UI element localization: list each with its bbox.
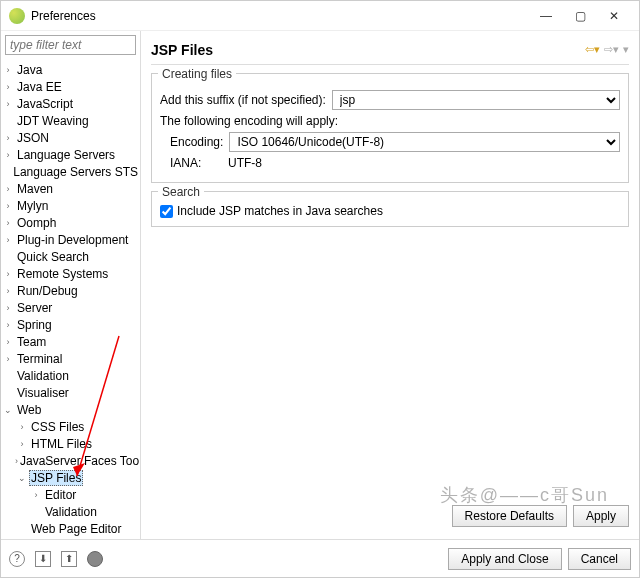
tree-item-language-servers-sts[interactable]: Language Servers STS [1,163,140,180]
expand-icon[interactable]: › [1,320,15,330]
app-icon [9,8,25,24]
expand-icon[interactable]: › [1,184,15,194]
forward-icon[interactable]: ⇨▾ [604,43,619,56]
tree-item-label: CSS Files [29,420,86,434]
tree-item-label: JavaServer Faces Tools [18,454,140,468]
tree-item-web[interactable]: ⌄Web [1,401,140,418]
suffix-select[interactable]: jsp [332,90,620,110]
expand-icon[interactable]: › [1,82,15,92]
tree-item-visualiser[interactable]: Visualiser [1,384,140,401]
record-icon[interactable] [87,551,103,567]
bottom-bar: ? ⬇ ⬆ Apply and Close Cancel [1,539,639,577]
expand-icon[interactable]: ⌄ [15,473,29,483]
tree-item-label: Team [15,335,48,349]
tree-item-javaserver-faces-tools[interactable]: ›JavaServer Faces Tools [1,452,140,469]
tree-item-label: Spring [15,318,54,332]
sidebar: ›Java›Java EE›JavaScriptJDT Weaving›JSON… [1,31,141,539]
tree-item-validation[interactable]: Validation [1,367,140,384]
expand-icon[interactable]: › [1,235,15,245]
tree-item-java[interactable]: ›Java [1,61,140,78]
expand-icon[interactable]: › [29,490,43,500]
tree-item-json[interactable]: ›JSON [1,129,140,146]
tree-item-remote-systems[interactable]: ›Remote Systems [1,265,140,282]
expand-icon[interactable]: › [15,439,29,449]
expand-icon[interactable]: › [1,303,15,313]
back-icon[interactable]: ⇦▾ [585,43,600,56]
filter-input[interactable] [5,35,136,55]
tree-item-jsp-files[interactable]: ⌄JSP Files [1,469,140,486]
cancel-button[interactable]: Cancel [568,548,631,570]
tree-item-web-services[interactable]: ›Web Services [1,537,140,539]
encoding-select[interactable]: ISO 10646/Unicode(UTF-8) [229,132,620,152]
tree-item-mylyn[interactable]: ›Mylyn [1,197,140,214]
search-legend: Search [158,185,204,199]
main-panel: JSP Files ⇦▾ ⇨▾ ▾ Creating files Add thi… [141,31,639,539]
tree-item-terminal[interactable]: ›Terminal [1,350,140,367]
expand-icon[interactable]: › [1,65,15,75]
iana-label: IANA: [170,156,222,170]
tree-item-jdt-weaving[interactable]: JDT Weaving [1,112,140,129]
expand-icon[interactable]: › [15,422,29,432]
encoding-note: The following encoding will apply: [160,114,338,128]
close-button[interactable]: ✕ [597,4,631,28]
expand-icon[interactable]: › [1,269,15,279]
expand-icon[interactable]: › [1,201,15,211]
tree-item-label: Validation [15,369,71,383]
page-title: JSP Files [151,42,585,58]
tree-item-label: Web [15,403,43,417]
tree-item-oomph[interactable]: ›Oomph [1,214,140,231]
tree-item-label: Run/Debug [15,284,80,298]
tree-item-plug-in-development[interactable]: ›Plug-in Development [1,231,140,248]
iana-value: UTF-8 [228,156,262,170]
tree-item-javascript[interactable]: ›JavaScript [1,95,140,112]
tree-item-validation[interactable]: Validation [1,503,140,520]
encoding-label: Encoding: [170,135,223,149]
page-header: JSP Files ⇦▾ ⇨▾ ▾ [151,35,629,65]
page-buttons: Restore Defaults Apply [151,497,629,535]
tree-item-run-debug[interactable]: ›Run/Debug [1,282,140,299]
preference-tree[interactable]: ›Java›Java EE›JavaScriptJDT Weaving›JSON… [1,59,140,539]
expand-icon[interactable]: ⌄ [1,405,15,415]
tree-item-java-ee[interactable]: ›Java EE [1,78,140,95]
expand-icon[interactable]: › [1,337,15,347]
nav-arrows: ⇦▾ ⇨▾ ▾ [585,43,629,56]
tree-item-css-files[interactable]: ›CSS Files [1,418,140,435]
tree-item-label: Web Page Editor [29,522,124,536]
import-icon[interactable]: ⬇ [35,551,51,567]
expand-icon[interactable]: › [1,354,15,364]
expand-icon[interactable]: › [1,99,15,109]
expand-icon[interactable]: › [1,133,15,143]
expand-icon[interactable]: › [1,218,15,228]
tree-item-label: Validation [43,505,99,519]
tree-item-label: JSON [15,131,51,145]
titlebar: Preferences — ▢ ✕ [1,1,639,31]
help-icon[interactable]: ? [9,551,25,567]
tree-item-label: JavaScript [15,97,75,111]
tree-item-quick-search[interactable]: Quick Search [1,248,140,265]
apply-button[interactable]: Apply [573,505,629,527]
tree-item-spring[interactable]: ›Spring [1,316,140,333]
search-group: Search Include JSP matches in Java searc… [151,191,629,227]
tree-item-server[interactable]: ›Server [1,299,140,316]
tree-item-label: Mylyn [15,199,50,213]
menu-icon[interactable]: ▾ [623,43,629,56]
expand-icon[interactable]: › [1,286,15,296]
tree-item-label: Language Servers [15,148,117,162]
include-jsp-checkbox[interactable] [160,205,173,218]
tree-item-maven[interactable]: ›Maven [1,180,140,197]
content-area: ›Java›Java EE›JavaScriptJDT Weaving›JSON… [1,31,639,539]
export-icon[interactable]: ⬆ [61,551,77,567]
maximize-button[interactable]: ▢ [563,4,597,28]
restore-defaults-button[interactable]: Restore Defaults [452,505,567,527]
window-title: Preferences [31,9,529,23]
expand-icon[interactable]: › [1,150,15,160]
apply-close-button[interactable]: Apply and Close [448,548,561,570]
tree-item-label: JSP Files [29,470,83,486]
tree-item-web-page-editor[interactable]: Web Page Editor [1,520,140,537]
tree-item-language-servers[interactable]: ›Language Servers [1,146,140,163]
tree-item-team[interactable]: ›Team [1,333,140,350]
tree-item-label: Language Servers STS [11,165,140,179]
tree-item-editor[interactable]: ›Editor [1,486,140,503]
tree-item-html-files[interactable]: ›HTML Files [1,435,140,452]
minimize-button[interactable]: — [529,4,563,28]
